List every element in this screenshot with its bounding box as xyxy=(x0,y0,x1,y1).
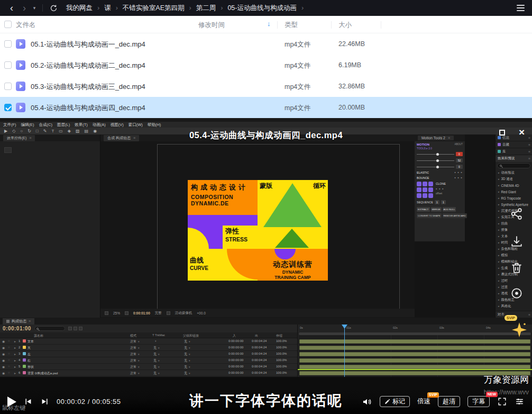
file-checkbox[interactable] xyxy=(4,83,12,90)
layer-number: 1 xyxy=(19,339,20,343)
menu-icon[interactable] xyxy=(517,5,525,11)
col-mode: 模式 xyxy=(130,334,136,338)
sort-desc-icon[interactable]: ↓ xyxy=(267,20,271,28)
file-checkbox[interactable] xyxy=(4,40,12,48)
ae-status-icon xyxy=(125,311,129,315)
forward-icon[interactable]: › xyxy=(18,1,31,15)
layer-expand-icon: ▸ xyxy=(14,371,16,375)
select-all-checkbox[interactable] xyxy=(4,21,12,28)
effect-category: 模拟 xyxy=(496,252,532,258)
motion-tools-panel: Motion Tools 2 MOTION TOOLS ▸ 2.0 ABOUT … xyxy=(415,134,465,241)
layer-color-swatch xyxy=(23,346,26,349)
mt-elastic-label: ELASTIC xyxy=(417,171,429,174)
layer-stretch: 100.0% xyxy=(276,346,287,349)
file-row[interactable]: 05.4-运动曲线与构成动画四_dec.mp4 mp4文件 20.00MB xyxy=(0,97,532,118)
delete-button[interactable] xyxy=(510,261,525,276)
settings-icon[interactable] xyxy=(515,397,525,407)
ae-status-icon xyxy=(167,311,170,315)
timeline-track-bar xyxy=(299,339,530,344)
next-button[interactable] xyxy=(40,397,49,406)
breadcrumb-item[interactable]: 05-运动曲线与构成动画 xyxy=(227,4,308,13)
timeline-layer-list: ◉ ○ ▸ 1 文本 正常 无 0:00:00:00 0:00:04:24 10… xyxy=(0,338,297,376)
file-row[interactable]: 05.3-运动曲线与构成动画三_dec.mp4 mp4文件 32.86MB xyxy=(0,76,532,97)
close-button[interactable]: × xyxy=(519,129,525,136)
timeline-layer-row: ◉ ○ ▸ 3 左 正常 无 无 0:00:00:00 0:00:04:24 1… xyxy=(0,351,297,357)
layer-name: 左 xyxy=(27,352,31,357)
mark-button[interactable]: 标记 xyxy=(380,396,410,407)
ae-mini-panel: 音频 xyxy=(496,141,532,148)
ae-menu-item: 合成(C) xyxy=(39,122,52,128)
layer-trkmat: 无 xyxy=(153,346,160,350)
maximize-button[interactable] xyxy=(499,130,505,136)
svip-widget[interactable]: SVIP xyxy=(505,315,528,343)
download-button[interactable] xyxy=(510,235,525,249)
timeline-tab-label: 构成动态 xyxy=(12,319,26,324)
about-link: ABOUT xyxy=(454,143,463,146)
refresh-icon[interactable] xyxy=(47,4,60,12)
effect-category: 抠像 xyxy=(496,227,532,233)
layer-number: 4 xyxy=(19,358,20,362)
layer-parent: 无 xyxy=(184,339,190,344)
ae-menu-item: 效果(T) xyxy=(75,122,88,128)
artwork-text: DYNAMIC xyxy=(258,269,328,275)
mt-button: EXTRACT xyxy=(417,207,430,212)
timeline-track-bar xyxy=(299,358,530,363)
file-row[interactable]: 05.1-运动曲线与构成动画一_dec.mp4 mp4文件 22.46MB xyxy=(0,33,532,55)
breadcrumb-item[interactable]: 第二周 xyxy=(196,4,228,13)
layer-number: 2 xyxy=(19,346,20,349)
breadcrumb-item[interactable]: 课 xyxy=(104,4,123,13)
file-name[interactable]: 05.1-运动曲线与构成动画一_dec.mp4 xyxy=(31,40,145,49)
file-checkbox[interactable] xyxy=(4,104,12,111)
file-type: mp4文件 xyxy=(285,40,310,49)
timeline-track-bar xyxy=(299,346,530,350)
history-dropdown-icon[interactable]: ▾ xyxy=(31,1,38,15)
layer-color-swatch xyxy=(23,358,26,362)
layer-in-time: 0:00:00:00 xyxy=(228,358,243,362)
file-row[interactable]: 05.2-运动曲线与构成动画二_dec.mp4 mp4文件 6.19MB xyxy=(0,55,532,76)
column-filename[interactable]: 文件名 xyxy=(16,21,36,30)
layer-color-swatch xyxy=(23,339,26,343)
mt-slider: 0 xyxy=(417,152,463,156)
fullscreen-icon[interactable] xyxy=(497,397,507,407)
column-type[interactable]: 类型 xyxy=(285,21,298,30)
video-player[interactable]: 文件(F)编辑(E)合成(C)图层(L)效果(T)动画(A)视图(V)窗口(W)… xyxy=(0,118,532,414)
layer-expand-icon: ▸ xyxy=(14,339,16,343)
ruler-tick-label: 03s xyxy=(439,326,444,329)
breadcrumb-item[interactable]: 不错实验室AE第四期 xyxy=(123,4,196,13)
window-controls: × xyxy=(499,129,525,136)
column-size[interactable]: 大小 xyxy=(338,21,352,30)
layer-visibility-icon: ◉ xyxy=(2,358,5,362)
file-checkbox[interactable] xyxy=(4,61,12,69)
artwork-purple-block: 弹性 STRESS xyxy=(188,215,258,249)
breadcrumb-item[interactable]: 我的网盘 xyxy=(66,4,104,13)
layer-name: 文本 xyxy=(27,339,34,344)
artwork-text: STRESS xyxy=(225,236,258,242)
back-icon[interactable]: ‹ xyxy=(5,1,18,15)
video-title: 05.4-运动曲线与构成动画四_dec.mp4 xyxy=(0,130,532,141)
ae-menu-item: 窗口(W) xyxy=(129,122,143,128)
file-name[interactable]: 05.2-运动曲线与构成动画二_dec.mp4 xyxy=(31,61,145,70)
layer-out-time: 0:00:04:24 xyxy=(252,358,267,362)
triangle-shape xyxy=(275,229,309,248)
mt-anchor-grid xyxy=(417,182,433,198)
ae-zoom-level: 25% xyxy=(113,311,120,315)
speed-button[interactable]: 倍速 SVIP xyxy=(417,397,430,406)
layer-stretch: 100.0% xyxy=(276,358,287,362)
column-mtime[interactable]: 修改时间 xyxy=(198,21,225,30)
effects-panel-title: 效果和预设 xyxy=(496,155,532,162)
effect-category: 过时 xyxy=(496,277,532,284)
share-button[interactable] xyxy=(510,207,525,222)
svip-star-icon xyxy=(511,321,528,340)
quality-button[interactable]: 超清 xyxy=(438,396,460,407)
file-name[interactable]: 05.4-运动曲线与构成动画四_dec.mp4 xyxy=(31,103,145,113)
file-name[interactable]: 05.3-运动曲线与构成动画三_dec.mp4 xyxy=(31,82,145,92)
layer-solo-icon: ○ xyxy=(8,371,10,374)
volume-icon[interactable] xyxy=(362,397,372,407)
speed-label: 倍速 xyxy=(417,398,430,405)
motion-tools-logo: MOTION xyxy=(417,143,432,147)
layer-trkmat xyxy=(153,339,157,343)
record-button[interactable] xyxy=(510,286,525,301)
file-list: 文件名 修改时间 ↓ 类型 大小 05.1-运动曲线与构成动画一_dec.mp4… xyxy=(0,16,532,118)
caption-button[interactable]: 字幕 NEW xyxy=(467,396,490,407)
search-icon xyxy=(36,328,39,330)
